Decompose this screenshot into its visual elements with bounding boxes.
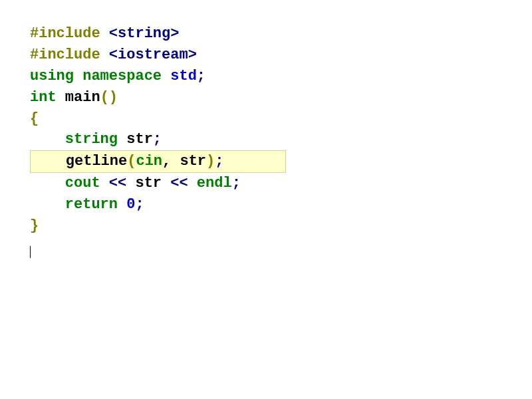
semicolon: ; xyxy=(135,196,144,213)
indent xyxy=(30,175,65,192)
angle-bracket: > xyxy=(170,25,179,42)
lib-string: string xyxy=(118,25,170,42)
angle-bracket: < xyxy=(109,25,118,42)
semicolon: ; xyxy=(153,131,162,148)
indent xyxy=(30,196,65,213)
code-line-1: #include <string> xyxy=(30,23,502,45)
code-line-9: return 0; xyxy=(30,194,502,215)
identifier-cout: cout xyxy=(65,175,109,192)
code-block: #include <string> #include <iostream> us… xyxy=(0,0,532,281)
operator-ltlt: << xyxy=(170,175,197,192)
highlighted-line: getline(cin, str); xyxy=(30,150,286,173)
identifier-endl: endl xyxy=(197,175,232,192)
open-brace: { xyxy=(30,110,39,127)
indent xyxy=(31,153,66,170)
cursor-line xyxy=(30,237,502,258)
code-line-10: } xyxy=(30,215,502,237)
operator-ltlt: << xyxy=(109,175,136,192)
identifier-cin: cin xyxy=(136,153,162,170)
func-getline: getline xyxy=(66,153,127,170)
code-line-6: string str; xyxy=(30,129,502,150)
semicolon: ; xyxy=(197,68,205,84)
identifier-str: str xyxy=(126,131,153,148)
code-line-4: int main() xyxy=(30,87,502,108)
text-cursor xyxy=(30,246,31,258)
semicolon: ; xyxy=(232,175,241,192)
code-line-7: getline(cin, str); xyxy=(30,150,502,173)
keyword-using: using xyxy=(30,68,82,84)
code-line-5: { xyxy=(30,108,502,130)
comma: , xyxy=(162,153,180,170)
identifier-str: str xyxy=(135,175,170,192)
preproc-include: #include xyxy=(30,47,109,63)
angle-bracket: > xyxy=(188,47,197,63)
indent xyxy=(30,131,65,148)
identifier-main: main xyxy=(65,89,100,106)
rparen: ) xyxy=(206,153,215,170)
code-line-3: using namespace std; xyxy=(30,66,502,87)
code-line-2: #include <iostream> xyxy=(30,45,502,66)
type-string: string xyxy=(65,131,126,148)
identifier-str: str xyxy=(180,153,206,170)
close-brace: } xyxy=(30,217,39,234)
semicolon: ; xyxy=(215,153,223,170)
keyword-return: return xyxy=(65,196,126,213)
keyword-int: int xyxy=(30,89,65,106)
lparen: ( xyxy=(127,153,136,170)
lib-iostream: iostream xyxy=(118,47,188,63)
identifier-std: std xyxy=(170,68,197,84)
code-line-8: cout << str << endl; xyxy=(30,173,502,194)
preproc-include: #include xyxy=(30,25,109,42)
parens: () xyxy=(100,89,118,106)
literal-zero: 0 xyxy=(126,196,135,213)
keyword-namespace: namespace xyxy=(82,68,170,84)
angle-bracket: < xyxy=(109,47,118,63)
